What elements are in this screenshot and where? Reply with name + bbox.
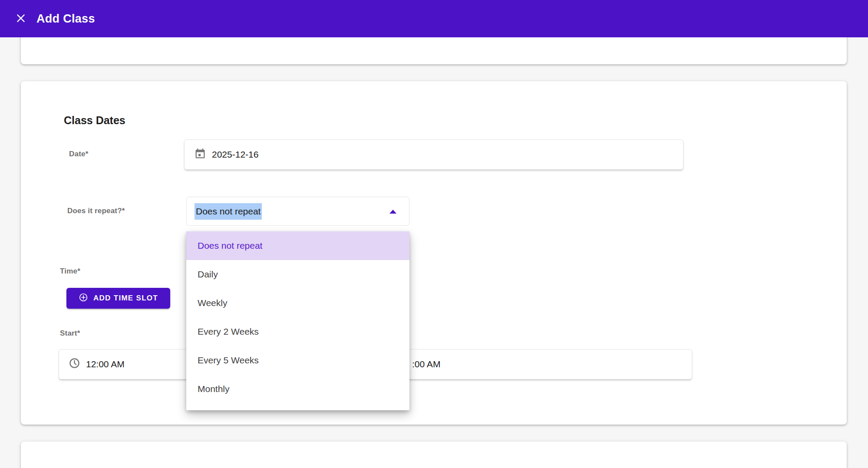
page-title: Add Class	[36, 12, 95, 26]
calendar-icon	[194, 148, 206, 162]
menu-option-weekly[interactable]: Weekly	[186, 289, 409, 317]
bottom-section-card	[21, 442, 847, 468]
repeat-select-value: Does not repeat	[195, 203, 262, 220]
caret-up-icon	[389, 210, 396, 214]
time-label: Time*	[60, 267, 80, 276]
repeat-label: Does it repeat?*	[67, 207, 125, 215]
add-class-page: { "header": { "title": "Add Class" }, "f…	[0, 0, 868, 468]
start-label: Start*	[60, 329, 80, 338]
end-time-field[interactable]: :00 AM	[380, 349, 692, 379]
menu-option-monthly[interactable]: Monthly	[186, 375, 409, 403]
app-bar: Add Class	[0, 0, 868, 37]
menu-option-every-2-weeks[interactable]: Every 2 Weeks	[186, 317, 409, 346]
close-button[interactable]	[11, 9, 30, 28]
add-time-slot-label: ADD TIME SLOT	[93, 294, 158, 303]
section-heading: Class Dates	[64, 114, 125, 127]
end-time-value: :00 AM	[412, 359, 440, 369]
menu-option-daily[interactable]: Daily	[186, 260, 409, 289]
repeat-select[interactable]: Does not repeat	[186, 197, 409, 226]
repeat-options-menu: Does not repeat Daily Weekly Every 2 Wee…	[186, 231, 409, 410]
class-dates-card: Class Dates Date* 2025-12-16 Does it rep…	[21, 81, 847, 425]
add-time-slot-button[interactable]: ADD TIME SLOT	[66, 288, 170, 309]
start-time-value: 12:00 AM	[86, 359, 125, 369]
date-value: 2025-12-16	[212, 149, 258, 160]
menu-option-does-not-repeat[interactable]: Does not repeat	[186, 231, 409, 260]
plus-circle-icon	[79, 293, 88, 304]
menu-option-every-5-weeks[interactable]: Every 5 Weeks	[186, 346, 409, 375]
date-field[interactable]: 2025-12-16	[184, 139, 683, 170]
clock-icon	[69, 357, 80, 371]
close-icon	[15, 13, 26, 25]
date-label: Date*	[69, 150, 88, 158]
